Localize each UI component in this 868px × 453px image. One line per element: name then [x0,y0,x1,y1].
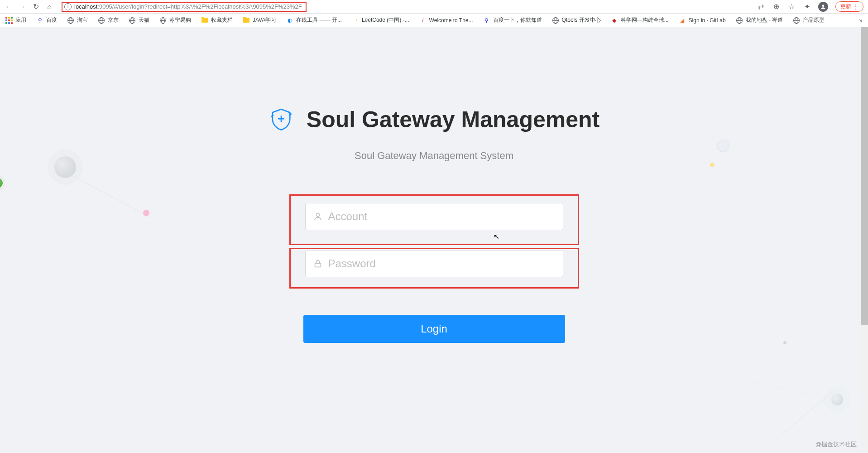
page-title: Soul Gateway Management [307,106,599,133]
decoration [831,394,843,405]
decoration [802,364,828,408]
url-bar-highlight: i localhost:9095/#/user/login?redirect=h… [62,2,307,12]
translate-icon[interactable]: ⇄ [757,3,765,11]
bookmarks-bar: 应用 ⚲百度 淘宝 京东 天猫 苏宁易购 收藏夹栏 JAVA学习 ◐在线工具 —… [0,14,868,27]
home-button[interactable]: ⌂ [45,3,53,11]
account-input-wrap[interactable] [305,203,563,230]
red-icon: ◆ [611,17,618,24]
bookmark-zentao[interactable]: 我的地盘 - 禅道 [736,16,783,24]
bookmark-prototype[interactable]: 产品原型 [793,16,825,24]
menu-dots-icon: ⋮ [853,4,858,10]
folder-icon [243,17,250,24]
paw-icon: ⚲ [483,17,490,24]
login-form: Login [289,194,579,343]
globe-icon [159,17,167,24]
login-button[interactable]: Login [303,315,565,343]
decoration [781,391,833,435]
account-field-highlight [289,194,579,245]
gitlab-icon: ◢ [679,17,686,24]
site-info-icon[interactable]: i [64,3,72,10]
bookmark-gitlab[interactable]: ◢Sign in · GitLab [679,17,726,24]
bookmark-baidu2[interactable]: ⚲百度一下，你就知道 [483,16,542,24]
page-content: Soul Gateway Management Soul Gateway Man… [0,27,868,453]
leetcode-icon: 〈 [352,17,359,24]
decoration [825,387,850,412]
url-text[interactable]: localhost:9095/#/user/login?redirect=htt… [74,3,302,10]
forward-button[interactable]: → [18,3,26,11]
back-button[interactable]: ← [5,3,13,11]
watermark-text: @掘金技术社区 [815,440,857,448]
logo-title-row: Soul Gateway Management [0,106,868,133]
lock-icon [313,259,323,269]
globe-icon [793,17,800,24]
svg-point-3 [316,213,319,217]
bookmark-tmall[interactable]: 天猫 [129,16,149,24]
bookmark-taobao[interactable]: 淘宝 [67,16,88,24]
globe-icon [98,17,105,24]
globe-icon [552,17,559,24]
page-scrollbar[interactable] [861,27,868,453]
paw-icon: ⚲ [36,17,43,24]
tool-icon: ◐ [286,17,293,24]
update-button[interactable]: 更新 ⋮ [835,1,863,12]
bookmark-suning[interactable]: 苏宁易购 [159,16,191,24]
browser-nav-bar: ← → ↻ ⌂ i localhost:9095/#/user/login?re… [0,0,868,14]
password-input-wrap[interactable] [305,250,563,277]
zoom-icon[interactable]: ⊕ [772,3,780,11]
bookmark-sciencenet[interactable]: ◆科学网—构建全球... [611,16,669,24]
decoration [723,376,830,399]
svg-point-0 [822,5,825,7]
globe-icon [736,17,743,24]
folder-icon [201,17,208,24]
bookmarks-overflow[interactable]: » [859,17,863,24]
extensions-icon[interactable]: ✦ [803,3,811,11]
bookmark-baidu[interactable]: ⚲百度 [36,16,57,24]
bookmark-leetcode[interactable]: 〈LeetCode (中国) -... [352,16,409,24]
svg-rect-4 [315,263,321,267]
globe-icon [67,17,74,24]
scrollbar-thumb[interactable] [861,27,868,325]
apps-icon [5,17,13,24]
toolbar-right: ⇄ ⊕ ☆ ✦ 更新 ⋮ [757,1,863,12]
bookmark-tools[interactable]: ◐在线工具 —— 开... [286,16,342,24]
bookmark-folder-fav[interactable]: 收藏夹栏 [201,16,233,24]
page-subtitle: Soul Gateway Management System [0,150,868,162]
update-label: 更新 [840,3,851,10]
user-icon [313,212,323,222]
reload-button[interactable]: ↻ [32,3,40,11]
globe-icon [129,17,136,24]
bookmark-jd[interactable]: 京东 [98,16,119,24]
bookmark-welcome[interactable]: /Welcome to The... [419,17,473,24]
account-input[interactable] [328,210,556,223]
slash-icon: / [419,17,427,24]
star-icon[interactable]: ☆ [787,3,796,11]
bookmark-folder-java[interactable]: JAVA学习 [243,16,276,24]
profile-avatar[interactable] [818,2,828,12]
apps-label: 应用 [15,16,26,24]
login-container: Soul Gateway Management Soul Gateway Man… [0,27,868,343]
apps-button[interactable]: 应用 [5,16,26,24]
password-field-highlight [289,248,579,289]
password-input[interactable] [328,257,556,270]
shield-logo-icon [269,107,294,132]
bookmark-qtools[interactable]: Qtools 开发中心 [552,16,601,24]
